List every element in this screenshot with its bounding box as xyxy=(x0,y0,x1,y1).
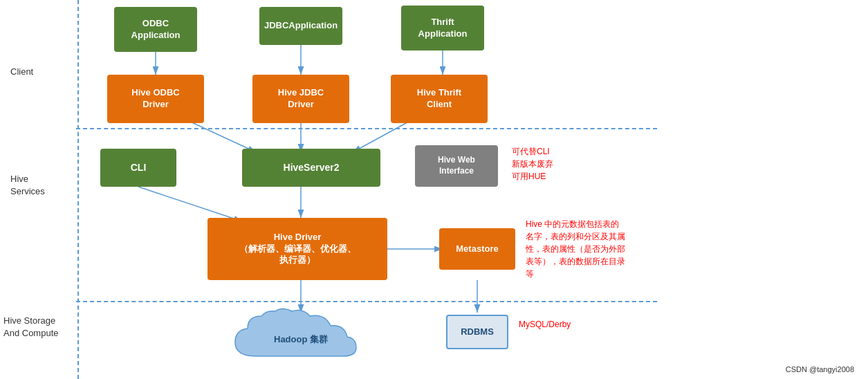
thrift-app-box: ThriftApplication xyxy=(401,6,484,50)
hive-services-label: HiveServices xyxy=(10,173,73,198)
client-label: Client xyxy=(10,66,33,78)
rdbms-box: RDBMS xyxy=(446,315,508,349)
divider-vertical xyxy=(77,0,79,379)
diagram-container: Client HiveServices Hive StorageAnd Comp… xyxy=(0,0,868,379)
divider-2 xyxy=(76,301,657,302)
divider-1 xyxy=(76,128,657,129)
svg-line-8 xyxy=(138,187,242,221)
hive-driver-box: Hive Driver（解析器、编译器、优化器、执行器） xyxy=(207,218,387,280)
hive-web-annotation: 可代替CLI新版本废弃可用HUE xyxy=(512,145,616,183)
jdbc-app-box: JDBCApplication xyxy=(259,7,342,45)
metastore-box: Metastore xyxy=(439,228,515,270)
arrows-svg xyxy=(0,0,868,379)
hive-thrift-client-box: Hive ThriftClient xyxy=(391,75,488,123)
hive-jdbc-driver-box: Hive JDBCDriver xyxy=(252,75,349,123)
svg-text:Hadoop 集群: Hadoop 集群 xyxy=(274,334,329,344)
odbc-app-box: ODBCApplication xyxy=(114,7,197,52)
metastore-annotation: Hive 中的元数据包括表的名字，表的列和分区及其属性，表的属性（是否为外部表等… xyxy=(526,218,678,280)
hiveserver2-box: HiveServer2 xyxy=(242,149,380,187)
hive-storage-label: Hive StorageAnd Compute xyxy=(3,315,73,340)
rdbms-annotation: MySQL/Derby xyxy=(519,318,571,331)
hive-odbc-driver-box: Hive ODBCDriver xyxy=(107,75,204,123)
watermark: CSDN @tangyi2008 xyxy=(786,365,854,373)
hive-web-interface-box: Hive WebInterface xyxy=(415,145,498,187)
cli-box: CLI xyxy=(100,149,176,187)
hadoop-cloud: Hadoop 集群 xyxy=(228,308,373,370)
